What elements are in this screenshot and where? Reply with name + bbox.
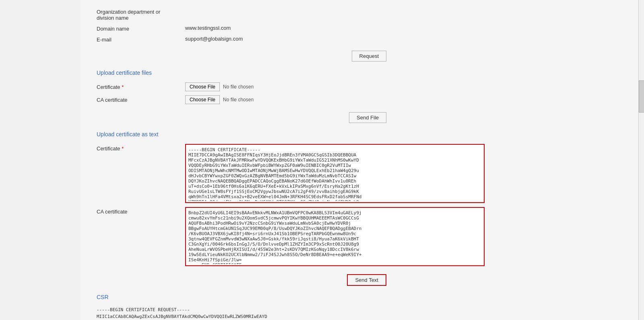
cert-text-required-star: *	[122, 146, 124, 152]
ca-certificate-textarea-wrapper: BnbpZ2dUI4yU6LI4EI9sBAAvENkkvMLNWxA1UBmV…	[185, 207, 485, 266]
email-value: support@globalsign.com	[185, 36, 243, 42]
info-table: Organization department ordivision name …	[97, 8, 628, 43]
csr-section: CSR -----BEGIN CERTIFICATE REQUEST----- …	[97, 294, 628, 320]
domain-value: www.testingssl.com	[185, 25, 231, 31]
certificate-textarea[interactable]: -----BEGIN CERTIFICATE----- MIIE7DCCA9gA…	[186, 145, 484, 201]
upload-cert-text-header: Upload certificate as text	[97, 131, 628, 137]
domain-label: Domain name	[97, 25, 185, 32]
send-text-row: Send Text	[97, 274, 628, 286]
info-row-email: E-mail support@globalsign.com	[97, 36, 628, 43]
ca-certificate-file-label: CA certificate	[97, 97, 185, 103]
send-file-row: Send File	[97, 112, 628, 123]
page-scrollbar[interactable]	[638, 0, 644, 320]
certificate-file-label: Certificate *	[97, 84, 185, 90]
ca-certificate-no-file-text: No file chosen	[223, 97, 254, 103]
certificate-textarea-row: Certificate * -----BEGIN CERTIFICATE----…	[97, 144, 628, 203]
ca-certificate-file-row: CA certificate Choose File No file chose…	[97, 95, 628, 104]
request-button[interactable]: Request	[352, 51, 386, 62]
ca-certificate-textarea-row: CA certificate BnbpZ2dUI4yU6LI4EI9sBAAvE…	[97, 207, 628, 266]
certificate-text-label: Certificate *	[97, 144, 185, 203]
info-row-org: Organization department ordivision name	[97, 8, 628, 21]
cert-required-star: *	[122, 84, 124, 90]
certificate-file-row: Certificate * Choose File No file chosen	[97, 82, 628, 91]
upload-cert-files-header: Upload certificate files	[97, 70, 628, 76]
content-area: Organization department ordivision name …	[80, 0, 644, 320]
ca-certificate-choose-file-button[interactable]: Choose File	[185, 95, 220, 104]
info-row-domain: Domain name www.testingssl.com	[97, 25, 628, 32]
request-btn-row: Request	[97, 51, 628, 62]
email-label: E-mail	[97, 36, 185, 43]
send-text-button[interactable]: Send Text	[347, 274, 386, 286]
upload-cert-files-section: Upload certificate files Certificate * C…	[97, 70, 628, 104]
certificate-no-file-text: No file chosen	[223, 84, 254, 90]
upload-cert-text-section: Upload certificate as text Certificate *…	[97, 131, 628, 266]
csr-text: -----BEGIN CERTIFICATE REQUEST----- MIIC…	[97, 307, 628, 320]
ca-certificate-text-label: CA certificate	[97, 207, 185, 266]
page-scrollbar-thumb[interactable]	[639, 80, 644, 113]
certificate-textarea-wrapper: -----BEGIN CERTIFICATE----- MIIE7DCCA9gA…	[185, 144, 485, 203]
org-label: Organization department ordivision name	[97, 8, 185, 21]
certificate-choose-file-button[interactable]: Choose File	[185, 82, 220, 91]
page-wrapper: Organization department ordivision name …	[0, 0, 644, 320]
send-file-button[interactable]: Send File	[349, 112, 386, 123]
ca-certificate-textarea[interactable]: BnbpZ2dUI4yU6LI4EI9sBAAvENkkvMLNWxA1UBmV…	[186, 208, 484, 264]
csr-header: CSR	[97, 294, 628, 300]
